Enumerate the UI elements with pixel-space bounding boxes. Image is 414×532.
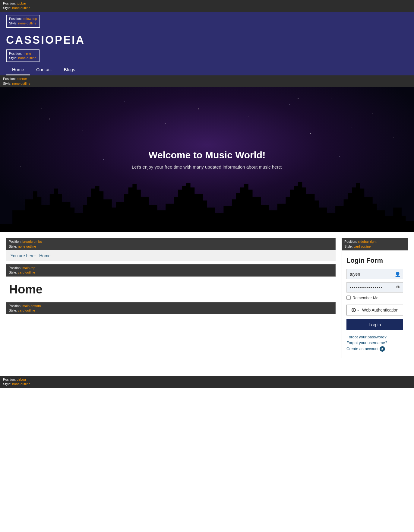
username-input-wrap: 👤 [346, 269, 403, 279]
sidebar-links: Forgot your password? Forgot your userna… [346, 335, 403, 352]
banner-subtext: Let's enjoy your free time with many upd… [132, 164, 282, 169]
remember-me-row: Remember Me [346, 296, 403, 300]
remember-me-checkbox[interactable] [346, 296, 351, 300]
main-wrapper: Position: breadcrumbs Style: none outlin… [0, 232, 414, 364]
main-nav: Home Contact Blogs [6, 62, 408, 75]
login-form-container: Login Form 👤 👁 Remember Me [342, 250, 408, 358]
main-bottom-position-box: Position: main-bottom Style: card outlin… [6, 302, 336, 315]
below-top-box: Position: below-top Style: none outline [6, 15, 40, 28]
sidebar-position-box: Position: sidebar-right Style: card outl… [342, 238, 408, 250]
header: Position: below-top Style: none outline … [0, 12, 414, 76]
web-auth-button[interactable]: Web Authentication [346, 305, 403, 315]
banner-heading: Welcome to Music World! [132, 150, 282, 161]
banner: Welcome to Music World! Let's enjoy your… [0, 87, 414, 232]
page-title: Home [9, 283, 333, 296]
web-auth-icon [351, 307, 360, 313]
banner-text-block: Welcome to Music World! Let's enjoy your… [132, 150, 282, 169]
breadcrumb-current[interactable]: Home [39, 253, 50, 258]
create-account-link[interactable]: Create an account ➤ [346, 346, 403, 352]
nav-item-home[interactable]: Home [6, 65, 30, 75]
debug-bar: Position: debug Style: none outline [0, 376, 414, 388]
create-account-label: Create an account [346, 347, 378, 351]
svg-point-1 [353, 309, 354, 311]
nav-item-contact[interactable]: Contact [30, 65, 58, 75]
main-top-content: Home [6, 277, 336, 299]
forgot-password-link[interactable]: Forgot your password? [346, 335, 403, 339]
login-form-title: Login Form [346, 257, 403, 264]
main-left: Position: breadcrumbs Style: none outlin… [6, 238, 336, 314]
breadcrumbs-position-box: Position: breadcrumbs Style: none outlin… [6, 238, 336, 250]
topbar: Position: topbar Style: none outline [0, 0, 414, 12]
topbar-label: Position: topbar Style: none outline [3, 1, 411, 11]
breadcrumb-content: You are here: Home [6, 250, 336, 261]
key-icon [351, 307, 360, 313]
create-account-icon: ➤ [380, 346, 385, 352]
menu-box: Position: menu Style: none outline [6, 49, 40, 62]
web-auth-label: Web Authentication [362, 308, 398, 312]
nav-item-blogs[interactable]: Blogs [58, 65, 81, 75]
password-input-wrap: 👁 [346, 282, 403, 293]
site-title: CASSIOPEIA [6, 31, 408, 49]
user-icon: 👤 [395, 271, 401, 277]
login-button[interactable]: Log in [346, 319, 403, 330]
breadcrumb-you-are-here: You are here: [11, 253, 36, 258]
eye-icon[interactable]: 👁 [396, 285, 401, 290]
forgot-username-link[interactable]: Forgot your username? [346, 340, 403, 345]
main-top-position-box: Position: main-top Style: card outline [6, 264, 336, 277]
remember-me-label: Remember Me [352, 296, 378, 300]
sidebar-right: Position: sidebar-right Style: card outl… [342, 238, 408, 358]
password-field[interactable] [346, 282, 403, 293]
banner-label-bar: Position: banner Style: none outline [0, 75, 414, 87]
